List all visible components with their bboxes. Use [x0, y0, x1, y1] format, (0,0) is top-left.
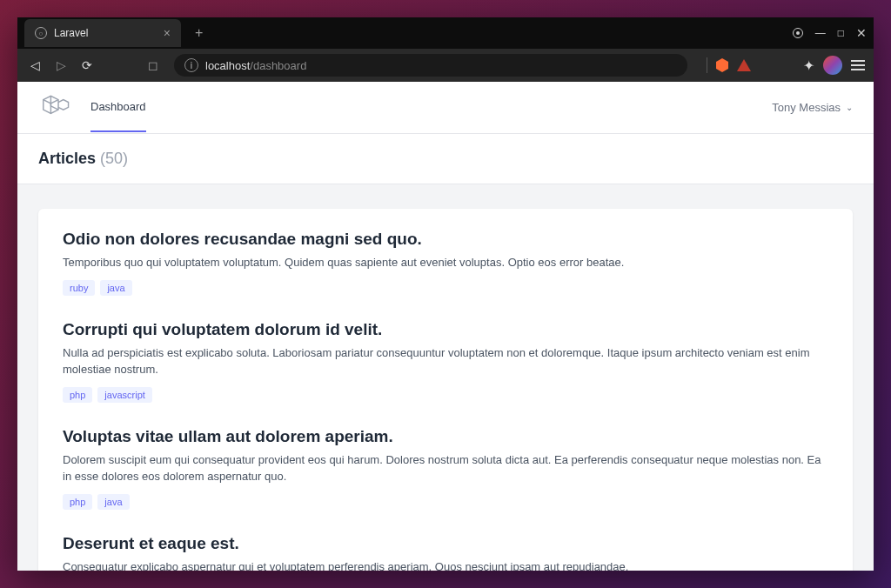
article-excerpt: Dolorem suscipit eum qui consequatur pro…: [63, 451, 828, 485]
article-item: Deserunt et eaque est.Consequatur explic…: [63, 534, 828, 571]
page-header: Articles (50): [17, 134, 874, 184]
hamburger-menu-icon[interactable]: [851, 57, 865, 73]
article-tags: phpjava: [63, 494, 828, 510]
extensions-icon[interactable]: ✦: [803, 57, 814, 74]
tag[interactable]: javascript: [97, 387, 151, 403]
tag[interactable]: php: [63, 387, 92, 403]
laravel-logo-icon[interactable]: [38, 92, 70, 124]
article-title[interactable]: Deserunt et eaque est.: [63, 534, 828, 553]
article-item: Odio non dolores recusandae magni sed qu…: [63, 230, 828, 296]
warning-icon[interactable]: [737, 59, 751, 71]
shield-icon[interactable]: [716, 58, 728, 72]
article-title[interactable]: Voluptas vitae ullam aut dolorem aperiam…: [63, 427, 828, 446]
article-tags: rubyjava: [63, 280, 828, 296]
page-title: Articles (50): [38, 150, 853, 168]
tag[interactable]: ruby: [63, 280, 95, 296]
article-item: Voluptas vitae ullam aut dolorem aperiam…: [63, 427, 828, 510]
chevron-down-icon: ⌄: [846, 103, 853, 112]
maximize-icon[interactable]: □: [838, 27, 844, 39]
info-icon[interactable]: i: [184, 58, 198, 72]
article-title[interactable]: Odio non dolores recusandae magni sed qu…: [63, 230, 828, 249]
tag[interactable]: php: [63, 494, 92, 510]
bookmark-icon[interactable]: ◻: [148, 58, 158, 72]
window-controls: — □ ✕: [793, 26, 867, 40]
article-count: (50): [100, 150, 128, 167]
browser-window: ○ Laravel × + — □ ✕ ◁ ▷ ⟳ ◻ i localhost/…: [17, 17, 874, 571]
close-icon[interactable]: ×: [164, 26, 171, 40]
page-title-text: Articles: [38, 150, 96, 167]
articles-container: Odio non dolores recusandae magni sed qu…: [17, 184, 874, 571]
url-bar[interactable]: i localhost/dashboard: [174, 54, 687, 77]
close-window-icon[interactable]: ✕: [856, 26, 867, 40]
divider: [707, 57, 707, 73]
nav-dashboard[interactable]: Dashboard: [90, 83, 146, 132]
tab-bar: ○ Laravel × + — □ ✕: [17, 17, 874, 49]
toolbar-right: ✦: [707, 56, 865, 75]
tag[interactable]: java: [97, 494, 129, 510]
browser-toolbar: ◁ ▷ ⟳ ◻ i localhost/dashboard ✦: [17, 49, 874, 82]
article-excerpt: Nulla ad perspiciatis est explicabo solu…: [63, 344, 828, 378]
forward-button[interactable]: ▷: [52, 58, 70, 72]
back-button[interactable]: ◁: [26, 58, 44, 72]
new-tab-button[interactable]: +: [188, 22, 210, 44]
article-excerpt: Temporibus quo qui voluptatem voluptatum…: [63, 254, 828, 271]
article-title[interactable]: Corrupti qui voluptatem dolorum id velit…: [63, 320, 828, 339]
page-content: Dashboard Tony Messias ⌄ Articles (50) O…: [17, 82, 874, 571]
tag[interactable]: java: [100, 280, 131, 296]
article-excerpt: Consequatur explicabo aspernatur qui et …: [63, 558, 828, 571]
minimize-icon[interactable]: —: [815, 27, 826, 39]
app-navbar: Dashboard Tony Messias ⌄: [17, 82, 874, 134]
user-name: Tony Messias: [772, 101, 841, 114]
article-tags: phpjavascript: [63, 387, 828, 403]
tab-title: Laravel: [54, 27, 157, 39]
user-menu[interactable]: Tony Messias ⌄: [772, 101, 853, 114]
url-host: localhost: [205, 59, 250, 72]
browser-tab[interactable]: ○ Laravel ×: [24, 19, 181, 47]
articles-card: Odio non dolores recusandae magni sed qu…: [38, 209, 853, 571]
reload-button[interactable]: ⟳: [78, 58, 96, 72]
profile-avatar[interactable]: [823, 56, 842, 75]
article-item: Corrupti qui voluptatem dolorum id velit…: [63, 320, 828, 403]
window-dot-icon[interactable]: [793, 28, 803, 38]
url-path: /dashboard: [250, 59, 306, 72]
globe-icon: ○: [35, 27, 47, 39]
